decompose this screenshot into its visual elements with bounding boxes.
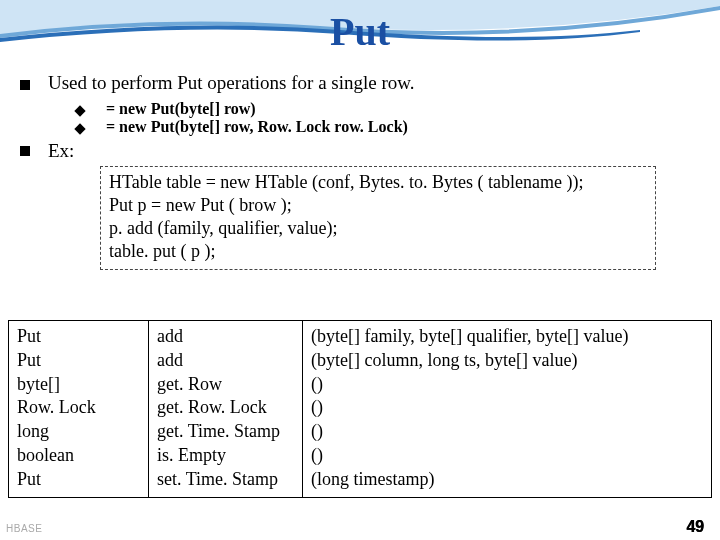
code-example-box: HTable table = new HTable (conf, Bytes. …: [100, 166, 656, 270]
table-cell: add: [157, 349, 294, 373]
table-cell: byte[]: [17, 373, 140, 397]
table-cell: get. Row. Lock: [157, 396, 294, 420]
table-cell: is. Empty: [157, 444, 294, 468]
sub-bullet-2-text: = new Put(byte[] row, Row. Lock row. Loc…: [106, 118, 408, 136]
table-cell: Put: [17, 468, 140, 492]
table-cell: (): [311, 396, 703, 420]
table-cell: Put: [17, 349, 140, 373]
table-cell: get. Time. Stamp: [157, 420, 294, 444]
table-cell: get. Row: [157, 373, 294, 397]
sub-bullets: = new Put(byte[] row) = new Put(byte[] r…: [76, 100, 700, 136]
bullet-dot-icon: [20, 80, 30, 90]
table-cell: (): [311, 444, 703, 468]
table-cell: set. Time. Stamp: [157, 468, 294, 492]
page-number: 49: [686, 518, 704, 536]
diamond-icon: [74, 123, 85, 134]
table-cell: (): [311, 373, 703, 397]
table-col-method: add add get. Row get. Row. Lock get. Tim…: [149, 321, 303, 497]
code-line: HTable table = new HTable (conf, Bytes. …: [109, 171, 647, 194]
bullet-dot-icon: [20, 146, 30, 156]
table-cell: long: [17, 420, 140, 444]
content-area: Used to perform Put operations for a sin…: [20, 72, 700, 270]
table-cell: (byte[] column, long ts, byte[] value): [311, 349, 703, 373]
code-line: p. add (family, qualifier, value);: [109, 217, 647, 240]
diamond-icon: [74, 105, 85, 116]
table-cell: (byte[] family, byte[] qualifier, byte[]…: [311, 325, 703, 349]
bullet-main-2-text: Ex:: [48, 140, 74, 162]
code-line: Put p = new Put ( brow );: [109, 194, 647, 217]
table-cell: add: [157, 325, 294, 349]
bullet-main-2: Ex:: [20, 140, 700, 162]
table-col-return-type: Put Put byte[] Row. Lock long boolean Pu…: [9, 321, 149, 497]
table-col-params: (byte[] family, byte[] qualifier, byte[]…: [303, 321, 711, 497]
footer-logo: HBASE: [6, 523, 42, 534]
bullet-main-1-text: Used to perform Put operations for a sin…: [48, 72, 415, 94]
slide: Put Used to perform Put operations for a…: [0, 0, 720, 540]
table-cell: Put: [17, 325, 140, 349]
table-cell: boolean: [17, 444, 140, 468]
bullet-main-1: Used to perform Put operations for a sin…: [20, 72, 700, 94]
table-cell: Row. Lock: [17, 396, 140, 420]
table-cell: (): [311, 420, 703, 444]
api-table: Put Put byte[] Row. Lock long boolean Pu…: [8, 320, 712, 498]
sub-bullet-1-text: = new Put(byte[] row): [106, 100, 256, 118]
sub-bullet-2: = new Put(byte[] row, Row. Lock row. Loc…: [76, 118, 700, 136]
code-line: table. put ( p );: [109, 240, 647, 263]
sub-bullet-1: = new Put(byte[] row): [76, 100, 700, 118]
slide-title: Put: [0, 8, 720, 55]
table-cell: (long timestamp): [311, 468, 703, 492]
